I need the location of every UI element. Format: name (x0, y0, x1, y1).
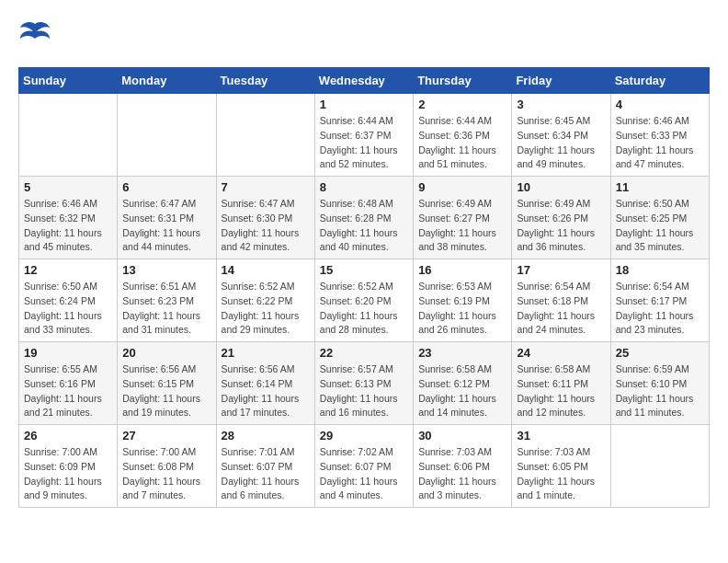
calendar-cell (216, 94, 314, 177)
day-number: 8 (320, 180, 408, 194)
day-info: Sunrise: 6:45 AMSunset: 6:34 PMDaylight:… (517, 114, 605, 172)
day-number: 15 (320, 263, 408, 277)
calendar-week-row: 12Sunrise: 6:50 AMSunset: 6:24 PMDayligh… (19, 259, 710, 342)
day-info: Sunrise: 6:44 AMSunset: 6:36 PMDaylight:… (418, 114, 506, 172)
day-info: Sunrise: 6:58 AMSunset: 6:11 PMDaylight:… (517, 362, 605, 420)
weekday-header-thursday: Thursday (414, 68, 512, 94)
calendar-cell: 4Sunrise: 6:46 AMSunset: 6:33 PMDaylight… (610, 94, 709, 177)
calendar-cell: 28Sunrise: 7:01 AMSunset: 6:07 PMDayligh… (216, 425, 314, 508)
calendar-cell: 31Sunrise: 7:03 AMSunset: 6:05 PMDayligh… (512, 425, 610, 508)
page-header (18, 18, 710, 58)
calendar-cell: 26Sunrise: 7:00 AMSunset: 6:09 PMDayligh… (19, 425, 118, 508)
weekday-header-tuesday: Tuesday (216, 68, 314, 94)
day-number: 11 (616, 180, 704, 194)
day-number: 9 (418, 180, 506, 194)
calendar-cell: 11Sunrise: 6:50 AMSunset: 6:25 PMDayligh… (610, 177, 709, 259)
day-info: Sunrise: 6:50 AMSunset: 6:25 PMDaylight:… (616, 197, 704, 255)
day-number: 30 (418, 429, 506, 442)
weekday-header-wednesday: Wednesday (314, 68, 413, 94)
day-info: Sunrise: 6:51 AMSunset: 6:23 PMDaylight:… (122, 280, 210, 338)
day-info: Sunrise: 7:00 AMSunset: 6:08 PMDaylight:… (122, 445, 210, 503)
calendar-cell (610, 425, 709, 508)
day-info: Sunrise: 6:47 AMSunset: 6:30 PMDaylight:… (222, 197, 310, 255)
day-info: Sunrise: 6:52 AMSunset: 6:20 PMDaylight:… (320, 280, 408, 338)
day-number: 13 (122, 263, 210, 277)
calendar-cell: 12Sunrise: 6:50 AMSunset: 6:24 PMDayligh… (19, 259, 118, 342)
day-info: Sunrise: 6:54 AMSunset: 6:18 PMDaylight:… (517, 280, 605, 338)
day-number: 5 (24, 180, 112, 194)
logo-icon (18, 18, 51, 58)
day-number: 3 (517, 98, 605, 111)
calendar-cell (118, 94, 216, 177)
day-info: Sunrise: 6:49 AMSunset: 6:26 PMDaylight:… (517, 197, 605, 255)
day-info: Sunrise: 6:47 AMSunset: 6:31 PMDaylight:… (122, 197, 210, 255)
calendar-cell: 25Sunrise: 6:59 AMSunset: 6:10 PMDayligh… (610, 342, 709, 425)
day-number: 14 (222, 263, 310, 277)
day-info: Sunrise: 6:44 AMSunset: 6:37 PMDaylight:… (320, 114, 408, 172)
day-number: 28 (222, 429, 310, 442)
calendar-week-row: 26Sunrise: 7:00 AMSunset: 6:09 PMDayligh… (19, 425, 710, 508)
day-number: 20 (122, 346, 210, 360)
day-info: Sunrise: 6:56 AMSunset: 6:15 PMDaylight:… (122, 362, 210, 420)
calendar-cell: 23Sunrise: 6:58 AMSunset: 6:12 PMDayligh… (414, 342, 512, 425)
day-info: Sunrise: 6:54 AMSunset: 6:17 PMDaylight:… (616, 280, 704, 338)
calendar-cell: 8Sunrise: 6:48 AMSunset: 6:28 PMDaylight… (314, 177, 413, 259)
day-info: Sunrise: 6:56 AMSunset: 6:14 PMDaylight:… (222, 362, 310, 420)
day-info: Sunrise: 6:46 AMSunset: 6:32 PMDaylight:… (24, 197, 112, 255)
day-number: 22 (320, 346, 408, 360)
calendar-cell: 16Sunrise: 6:53 AMSunset: 6:19 PMDayligh… (414, 259, 512, 342)
day-info: Sunrise: 6:53 AMSunset: 6:19 PMDaylight:… (418, 280, 506, 338)
day-number: 31 (517, 429, 605, 442)
day-number: 10 (517, 180, 605, 194)
day-number: 21 (222, 346, 310, 360)
calendar-week-row: 5Sunrise: 6:46 AMSunset: 6:32 PMDaylight… (19, 177, 710, 259)
calendar-cell: 19Sunrise: 6:55 AMSunset: 6:16 PMDayligh… (19, 342, 118, 425)
day-info: Sunrise: 7:02 AMSunset: 6:07 PMDaylight:… (320, 445, 408, 503)
calendar-cell: 7Sunrise: 6:47 AMSunset: 6:30 PMDaylight… (216, 177, 314, 259)
calendar-cell: 22Sunrise: 6:57 AMSunset: 6:13 PMDayligh… (314, 342, 413, 425)
calendar-cell: 21Sunrise: 6:56 AMSunset: 6:14 PMDayligh… (216, 342, 314, 425)
calendar-cell: 9Sunrise: 6:49 AMSunset: 6:27 PMDaylight… (414, 177, 512, 259)
calendar-cell (19, 94, 118, 177)
day-info: Sunrise: 7:00 AMSunset: 6:09 PMDaylight:… (24, 445, 112, 503)
day-number: 24 (517, 346, 605, 360)
day-info: Sunrise: 6:59 AMSunset: 6:10 PMDaylight:… (616, 362, 704, 420)
weekday-header-friday: Friday (512, 68, 610, 94)
day-info: Sunrise: 6:55 AMSunset: 6:16 PMDaylight:… (24, 362, 112, 420)
calendar-cell: 18Sunrise: 6:54 AMSunset: 6:17 PMDayligh… (610, 259, 709, 342)
calendar-week-row: 1Sunrise: 6:44 AMSunset: 6:37 PMDaylight… (19, 94, 710, 177)
day-number: 6 (122, 180, 210, 194)
day-info: Sunrise: 7:03 AMSunset: 6:06 PMDaylight:… (418, 445, 506, 503)
day-number: 2 (418, 98, 506, 111)
calendar-cell: 24Sunrise: 6:58 AMSunset: 6:11 PMDayligh… (512, 342, 610, 425)
calendar-cell: 1Sunrise: 6:44 AMSunset: 6:37 PMDaylight… (314, 94, 413, 177)
calendar-cell: 5Sunrise: 6:46 AMSunset: 6:32 PMDaylight… (19, 177, 118, 259)
day-number: 7 (222, 180, 310, 194)
calendar-cell: 14Sunrise: 6:52 AMSunset: 6:22 PMDayligh… (216, 259, 314, 342)
day-info: Sunrise: 6:50 AMSunset: 6:24 PMDaylight:… (24, 280, 112, 338)
calendar-week-row: 19Sunrise: 6:55 AMSunset: 6:16 PMDayligh… (19, 342, 710, 425)
day-number: 25 (616, 346, 704, 360)
calendar-cell: 20Sunrise: 6:56 AMSunset: 6:15 PMDayligh… (118, 342, 216, 425)
calendar-cell: 30Sunrise: 7:03 AMSunset: 6:06 PMDayligh… (414, 425, 512, 508)
day-number: 27 (122, 429, 210, 442)
day-number: 17 (517, 263, 605, 277)
calendar-cell: 15Sunrise: 6:52 AMSunset: 6:20 PMDayligh… (314, 259, 413, 342)
logo (18, 18, 53, 58)
calendar-table: SundayMondayTuesdayWednesdayThursdayFrid… (18, 67, 710, 508)
calendar-cell: 3Sunrise: 6:45 AMSunset: 6:34 PMDaylight… (512, 94, 610, 177)
day-number: 23 (418, 346, 506, 360)
weekday-header-saturday: Saturday (610, 68, 709, 94)
day-number: 26 (24, 429, 112, 442)
calendar-cell: 13Sunrise: 6:51 AMSunset: 6:23 PMDayligh… (118, 259, 216, 342)
day-number: 16 (418, 263, 506, 277)
day-info: Sunrise: 7:03 AMSunset: 6:05 PMDaylight:… (517, 445, 605, 503)
day-number: 12 (24, 263, 112, 277)
day-info: Sunrise: 7:01 AMSunset: 6:07 PMDaylight:… (222, 445, 310, 503)
calendar-cell: 2Sunrise: 6:44 AMSunset: 6:36 PMDaylight… (414, 94, 512, 177)
calendar-cell: 27Sunrise: 7:00 AMSunset: 6:08 PMDayligh… (118, 425, 216, 508)
day-info: Sunrise: 6:58 AMSunset: 6:12 PMDaylight:… (418, 362, 506, 420)
day-number: 18 (616, 263, 704, 277)
day-number: 29 (320, 429, 408, 442)
calendar-cell: 17Sunrise: 6:54 AMSunset: 6:18 PMDayligh… (512, 259, 610, 342)
